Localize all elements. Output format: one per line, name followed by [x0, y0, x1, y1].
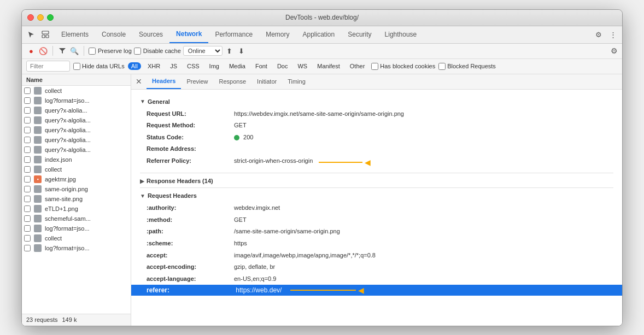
- filter-ws-btn[interactable]: WS: [294, 62, 311, 70]
- main-tab-bar: Elements Console Sources Network Perform…: [22, 26, 622, 44]
- file-checkbox[interactable]: [24, 176, 31, 183]
- accept-language-row: accept-language: en-US,en;q=0.9: [140, 273, 613, 285]
- file-checkbox[interactable]: [24, 107, 31, 114]
- request-headers-section-header[interactable]: ▼ Request Headers: [140, 192, 613, 199]
- list-item[interactable]: collect: [22, 233, 131, 243]
- disable-cache-label[interactable]: Disable cache: [134, 48, 181, 55]
- file-icon: [34, 215, 42, 222]
- file-checkbox[interactable]: [24, 97, 31, 104]
- file-icon: [34, 185, 42, 193]
- hide-data-urls-label[interactable]: Hide data URLs: [73, 63, 125, 70]
- arrow-head-left: ◀: [365, 156, 371, 168]
- minimize-button[interactable]: [37, 14, 44, 21]
- record-button[interactable]: ●: [26, 46, 36, 56]
- close-button[interactable]: [27, 14, 34, 21]
- transfer-size: 149 k: [62, 316, 77, 323]
- filter-xhr-btn[interactable]: XHR: [144, 62, 163, 70]
- tab-security[interactable]: Security: [341, 26, 378, 43]
- list-item[interactable]: ▪ agektmr.jpg: [22, 174, 131, 184]
- detail-close-button[interactable]: ✕: [133, 76, 144, 87]
- tab-memory[interactable]: Memory: [259, 26, 296, 43]
- list-item[interactable]: collect: [22, 164, 131, 174]
- filter-manifest-btn[interactable]: Manifest: [314, 62, 343, 70]
- file-checkbox[interactable]: [24, 186, 31, 192]
- filter-icon[interactable]: [57, 46, 67, 56]
- search-icon[interactable]: 🔍: [69, 46, 79, 56]
- tab-headers[interactable]: Headers: [147, 74, 181, 90]
- tab-response[interactable]: Response: [214, 74, 252, 90]
- tab-preview[interactable]: Preview: [181, 74, 213, 90]
- disable-cache-checkbox[interactable]: [134, 48, 141, 55]
- list-item[interactable]: index.json: [22, 155, 131, 164]
- export-icon[interactable]: ⬇: [237, 46, 247, 56]
- throttle-select[interactable]: Online Fast 3G Slow 3G Offline: [183, 46, 223, 56]
- tab-initiator[interactable]: Initiator: [251, 74, 282, 90]
- referer-value: https://web.dev/: [236, 286, 282, 294]
- list-item[interactable]: query?x-alolia...: [22, 105, 131, 115]
- file-icon: [34, 225, 42, 232]
- filter-js-btn[interactable]: JS: [167, 62, 180, 70]
- has-blocked-cookies-checkbox[interactable]: [371, 63, 378, 70]
- file-checkbox[interactable]: [24, 156, 31, 163]
- tab-elements[interactable]: Elements: [55, 26, 95, 43]
- filter-all-btn[interactable]: All: [128, 62, 141, 70]
- tab-network[interactable]: Network: [169, 26, 208, 43]
- list-item[interactable]: schemeful-sam...: [22, 214, 131, 224]
- file-checkbox[interactable]: [24, 215, 31, 222]
- more-icon[interactable]: ⋮: [608, 30, 618, 39]
- file-checkbox[interactable]: [24, 137, 31, 143]
- tab-console[interactable]: Console: [95, 26, 132, 43]
- filter-media-btn[interactable]: Media: [226, 62, 249, 70]
- list-item[interactable]: query?x-algolia...: [22, 125, 131, 135]
- filter-font-btn[interactable]: Font: [252, 62, 271, 70]
- settings-icon[interactable]: ⚙: [594, 30, 604, 39]
- clear-button[interactable]: 🚫: [38, 46, 48, 56]
- list-item[interactable]: same-origin.png: [22, 184, 131, 194]
- file-checkbox[interactable]: [24, 166, 31, 173]
- has-blocked-cookies-label[interactable]: Has blocked cookies: [371, 63, 435, 70]
- file-checkbox[interactable]: [24, 205, 31, 212]
- panel-icon[interactable]: [40, 30, 50, 39]
- tab-timing[interactable]: Timing: [282, 74, 311, 90]
- filter-other-btn[interactable]: Other: [347, 62, 368, 70]
- filter-css-btn[interactable]: CSS: [184, 62, 203, 70]
- file-checkbox[interactable]: [24, 127, 31, 133]
- list-item[interactable]: query?x-algolia...: [22, 115, 131, 125]
- file-checkbox[interactable]: [24, 225, 31, 232]
- file-checkbox[interactable]: [24, 117, 31, 124]
- filter-doc-btn[interactable]: Doc: [274, 62, 291, 70]
- svg-rect-2: [46, 35, 49, 38]
- preserve-log-label[interactable]: Preserve log: [89, 48, 132, 55]
- general-section-header[interactable]: ▼ General: [140, 98, 613, 105]
- tab-performance[interactable]: Performance: [208, 26, 259, 43]
- file-checkbox[interactable]: [24, 235, 31, 242]
- list-item[interactable]: log?format=jso...: [22, 224, 131, 233]
- blocked-requests-checkbox[interactable]: [438, 63, 446, 70]
- tab-sources[interactable]: Sources: [132, 26, 169, 43]
- blocked-requests-label[interactable]: Blocked Requests: [438, 63, 496, 70]
- list-item[interactable]: log?format=jso...: [22, 96, 131, 105]
- toolbar-settings-icon[interactable]: ⚙: [611, 46, 618, 55]
- list-item[interactable]: collect: [22, 86, 131, 96]
- list-item[interactable]: same-site.png: [22, 194, 131, 204]
- file-checkbox[interactable]: [24, 196, 31, 202]
- filter-img-btn[interactable]: Img: [206, 62, 223, 70]
- file-checkbox[interactable]: [24, 245, 31, 251]
- preserve-log-checkbox[interactable]: [89, 48, 96, 55]
- file-checkbox[interactable]: [24, 87, 31, 94]
- response-headers-section-header[interactable]: ▶ Response Headers (14): [140, 178, 613, 184]
- list-item[interactable]: eTLD+1.png: [22, 204, 131, 214]
- hide-data-urls-checkbox[interactable]: [73, 63, 80, 70]
- file-icon: [34, 234, 42, 242]
- list-item[interactable]: query?x-algolia...: [22, 145, 131, 155]
- authority-key: :authority:: [147, 203, 234, 213]
- file-checkbox[interactable]: [24, 146, 31, 153]
- list-item[interactable]: log?format=jso...: [22, 243, 131, 253]
- maximize-button[interactable]: [47, 14, 54, 21]
- import-icon[interactable]: ⬆: [225, 46, 235, 56]
- filter-input[interactable]: [26, 61, 70, 72]
- tab-application[interactable]: Application: [296, 26, 341, 43]
- tab-lighthouse[interactable]: Lighthouse: [378, 26, 424, 43]
- list-item[interactable]: query?x-algolia...: [22, 135, 131, 145]
- cursor-icon[interactable]: [26, 30, 36, 39]
